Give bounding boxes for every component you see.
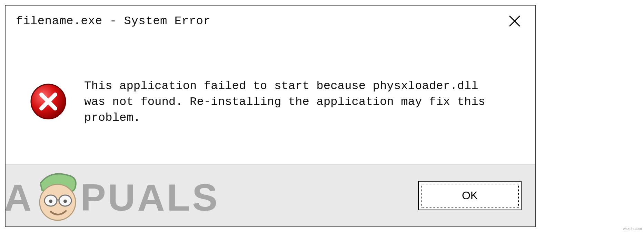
close-button[interactable] bbox=[504, 11, 525, 31]
watermark-right: PUALS bbox=[80, 175, 219, 219]
watermark-logo: A PUALS bbox=[6, 168, 219, 226]
source-note: wsxdn.com bbox=[623, 226, 642, 231]
dialog-button-row: A PUALS OK bbox=[6, 164, 535, 226]
error-message: This application failed to start because… bbox=[84, 78, 498, 126]
watermark-face-icon bbox=[33, 170, 82, 225]
dialog-titlebar: filename.exe - System Error bbox=[6, 6, 535, 37]
watermark-left: A bbox=[4, 175, 33, 219]
error-dialog: filename.exe - System Error bbox=[5, 5, 536, 227]
dialog-title: filename.exe - System Error bbox=[16, 14, 210, 28]
svg-point-9 bbox=[49, 200, 52, 203]
close-icon bbox=[508, 14, 522, 28]
error-icon bbox=[30, 83, 67, 122]
dialog-content: This application failed to start because… bbox=[6, 37, 535, 164]
svg-point-10 bbox=[63, 200, 67, 203]
ok-button[interactable]: OK bbox=[418, 181, 522, 210]
